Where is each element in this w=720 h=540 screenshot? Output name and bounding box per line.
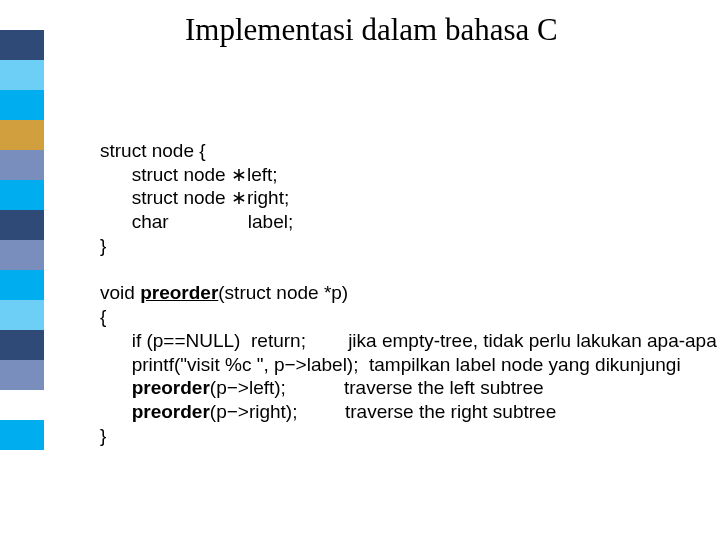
code-line: void	[100, 282, 140, 303]
function-call: preorder	[132, 401, 210, 422]
sidebar-decoration	[0, 0, 42, 540]
sidebar-block	[0, 510, 44, 540]
code-text: (struct node *p)	[218, 282, 348, 303]
code-line: struct node ∗left;	[100, 164, 278, 185]
slide: Implementasi dalam bahasa C struct node …	[0, 0, 720, 540]
sidebar-block	[0, 420, 44, 450]
code-text: (p−>left);	[210, 377, 286, 398]
function-name: preorder	[140, 282, 218, 303]
sidebar-block	[0, 150, 44, 180]
sidebar-block	[0, 90, 44, 120]
code-line: {	[100, 306, 106, 327]
sidebar-block	[0, 300, 44, 330]
sidebar-block	[0, 60, 44, 90]
sidebar-block	[0, 240, 44, 270]
slide-title: Implementasi dalam bahasa C	[185, 12, 558, 48]
code-block: struct node { struct node ∗left; struct …	[100, 115, 717, 471]
sidebar-block	[0, 390, 44, 420]
code-text: label;	[248, 211, 293, 232]
code-text	[100, 401, 132, 422]
code-line: }	[100, 425, 106, 446]
code-line: struct node {	[100, 140, 206, 161]
code-line: printf("visit %c ", p−>label); tampilkan…	[100, 354, 681, 375]
code-line: char	[100, 211, 169, 232]
sidebar-block	[0, 210, 44, 240]
sidebar-block	[0, 450, 44, 480]
code-line: if (p==NULL) return; jika empty-tree, ti…	[100, 330, 717, 351]
code-line: struct node ∗right;	[100, 187, 289, 208]
sidebar-block	[0, 0, 44, 30]
function-call: preorder	[132, 377, 210, 398]
code-text: (p−>right);	[210, 401, 298, 422]
sidebar-block	[0, 480, 44, 510]
sidebar-block	[0, 270, 44, 300]
code-text	[100, 377, 132, 398]
comment: traverse the left subtree	[344, 377, 544, 398]
sidebar-block	[0, 30, 44, 60]
code-line: }	[100, 235, 106, 256]
sidebar-block	[0, 330, 44, 360]
sidebar-block	[0, 120, 44, 150]
sidebar-block	[0, 180, 44, 210]
comment: traverse the right subtree	[345, 401, 556, 422]
sidebar-block	[0, 360, 44, 390]
